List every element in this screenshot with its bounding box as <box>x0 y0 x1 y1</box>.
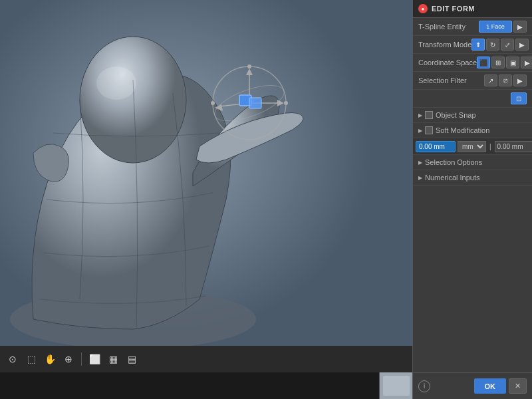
object-snap-triangle: ▶ <box>418 112 422 118</box>
svg-point-16 <box>247 65 251 68</box>
home-icon[interactable]: ⬚ <box>24 352 39 366</box>
snap-icon-btn[interactable]: ⊡ <box>511 92 527 104</box>
soft-modification-section[interactable]: ▶ Soft Modification <box>413 123 532 138</box>
panel-title: EDIT FORM <box>432 5 475 13</box>
panel-footer: i OK ✕ <box>413 372 532 399</box>
selection-options-label: Selection Options <box>425 158 482 166</box>
x-value-input[interactable] <box>416 141 456 152</box>
zoom-icon[interactable]: ⊕ <box>61 352 76 366</box>
num-in-triangle: ▶ <box>418 175 422 181</box>
filter-edge-btn[interactable]: ⧄ <box>499 74 512 86</box>
filter-face-btn[interactable]: ▶ <box>513 74 527 86</box>
local-space-btn[interactable]: ⬛ <box>477 57 490 68</box>
face-select-btn[interactable]: 1 Face <box>479 21 512 33</box>
svg-rect-13 <box>249 98 261 108</box>
info-icon[interactable]: i <box>418 380 430 392</box>
orbit-icon[interactable]: ⊙ <box>5 352 20 366</box>
tspline-more-btn[interactable]: ▶ <box>513 21 527 33</box>
transform-label: Transform Mode <box>418 41 471 49</box>
move-btn[interactable]: ⬆ <box>471 39 485 51</box>
transform-more-btn[interactable]: ▶ <box>515 39 529 51</box>
coordinate-space-row: Coordinate Space ⬛ ⊞ ▣ ▶ <box>413 54 532 72</box>
selection-options-section[interactable]: ▶ Selection Options <box>413 155 532 170</box>
coord-label: Coordinate Space <box>418 59 477 66</box>
panel-header: ● EDIT FORM <box>413 0 532 18</box>
object-snap-section[interactable]: ▶ Object Snap <box>413 108 532 123</box>
display-icon[interactable]: ▤ <box>124 352 139 366</box>
tspline-entity-row: T-Spline Entity 1 Face ▶ <box>413 18 532 36</box>
filter-label: Selection Filter <box>418 76 484 84</box>
ok-button[interactable]: OK <box>474 378 507 394</box>
grid-icon[interactable]: ▦ <box>106 352 120 366</box>
coord-more-btn[interactable]: ▶ <box>521 57 532 68</box>
object-snap-checkbox[interactable] <box>425 111 433 119</box>
sel-opt-triangle: ▶ <box>418 160 422 166</box>
bottom-toolbar: ⊙ ⬚ ✋ ⊕ ⬜ ▦ ▤ <box>0 346 412 372</box>
transform-mode-row: Transform Mode ⬆ ↻ ⤢ ▶ <box>413 36 532 54</box>
y-value-input[interactable] <box>495 141 532 152</box>
extra-icon-row: ⊡ <box>413 90 532 108</box>
video-thumbnail[interactable] <box>379 372 412 399</box>
view-cube-icon[interactable]: ⬜ <box>87 352 102 366</box>
rotate-btn[interactable]: ↻ <box>486 39 499 51</box>
tspline-controls: 1 Face ▶ <box>479 21 527 33</box>
panel-status-icon: ● <box>418 4 428 13</box>
coord-controls: ⬛ ⊞ ▣ ▶ <box>477 57 532 68</box>
svg-rect-18 <box>383 376 410 396</box>
selection-filter-row: Selection Filter ↗ ⧄ ▶ <box>413 72 532 90</box>
3d-viewport[interactable]: ⊙ ⬚ ✋ ⊕ ⬜ ▦ ▤ <box>0 0 412 372</box>
value-input-row: mm in cm | ⊕ <box>413 138 532 155</box>
filter-controls: ↗ ⧄ ▶ <box>484 74 527 86</box>
soft-mod-checkbox[interactable] <box>425 126 433 134</box>
filter-vertex-btn[interactable]: ↗ <box>484 74 497 86</box>
unit-dropdown[interactable]: mm in cm <box>458 141 486 152</box>
svg-point-2 <box>80 37 186 163</box>
numerical-inputs-section[interactable]: ▶ Numerical Inputs <box>413 170 532 186</box>
svg-point-15 <box>211 101 215 105</box>
screen-space-btn[interactable]: ▣ <box>506 57 519 68</box>
pan-icon[interactable]: ✋ <box>43 352 57 366</box>
svg-point-14 <box>284 101 288 105</box>
soft-mod-triangle: ▶ <box>418 128 422 134</box>
tspline-label: T-Spline Entity <box>418 23 479 31</box>
cancel-button[interactable]: ✕ <box>509 378 527 394</box>
svg-point-3 <box>96 66 136 100</box>
transform-controls: ⬆ ↻ ⤢ ▶ <box>471 39 529 51</box>
edit-form-panel: ● EDIT FORM T-Spline Entity 1 Face ▶ Tra… <box>412 0 532 399</box>
world-space-btn[interactable]: ⊞ <box>491 57 505 68</box>
object-snap-label: Object Snap <box>436 111 476 119</box>
coord-separator: | <box>489 143 491 150</box>
scale-btn[interactable]: ⤢ <box>501 39 514 51</box>
numerical-inputs-label: Numerical Inputs <box>425 174 480 182</box>
separator1 <box>81 352 82 366</box>
soft-mod-label: Soft Modification <box>436 126 489 134</box>
